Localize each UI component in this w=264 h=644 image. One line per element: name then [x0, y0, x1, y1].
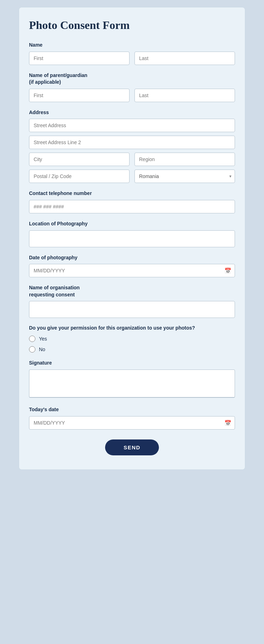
region-input[interactable]: [134, 153, 235, 166]
today-date-label: Today's date: [29, 406, 235, 413]
org-input[interactable]: [29, 301, 235, 318]
location-input[interactable]: [29, 230, 235, 247]
signature-input[interactable]: [29, 370, 235, 398]
phone-group: Contact telephone number: [29, 190, 235, 213]
form-container: Photo Consent Form Name Name of parent/g…: [19, 7, 245, 470]
address-group: Address Romania United States: [29, 109, 235, 183]
parent-label: Name of parent/guardian(if applicable): [29, 72, 235, 86]
phone-input[interactable]: [29, 200, 235, 213]
phone-label: Contact telephone number: [29, 190, 235, 197]
street1-input[interactable]: [29, 119, 235, 132]
today-date-group: Today's date 📅: [29, 406, 235, 430]
city-input[interactable]: [29, 153, 130, 166]
zip-input[interactable]: [29, 170, 130, 183]
signature-label: Signature: [29, 360, 235, 367]
permission-no-option[interactable]: No: [29, 346, 235, 353]
date-photo-group: Date of photography 📅: [29, 254, 235, 278]
permission-yes-option[interactable]: Yes: [29, 336, 235, 342]
permission-no-label: No: [39, 347, 45, 352]
date-photo-input[interactable]: [29, 264, 235, 277]
name-first-input[interactable]: [29, 52, 130, 65]
street2-input[interactable]: [29, 136, 235, 149]
org-label: Name of organisationrequesting consent: [29, 284, 235, 298]
name-label: Name: [29, 42, 235, 49]
country-select[interactable]: Romania United States United Kingdom Can…: [134, 170, 235, 183]
location-label: Location of Photography: [29, 220, 235, 228]
permission-yes-label: Yes: [39, 336, 47, 342]
today-date-input[interactable]: [29, 416, 235, 430]
date-photo-label: Date of photography: [29, 254, 235, 261]
address-label: Address: [29, 109, 235, 116]
name-last-input[interactable]: [134, 52, 235, 65]
page-title: Photo Consent Form: [29, 19, 235, 32]
permission-question: Do you give your permission for this org…: [29, 325, 235, 331]
org-group: Name of organisationrequesting consent: [29, 284, 235, 318]
permission-no-radio[interactable]: [29, 346, 35, 353]
send-button-wrap: SEND: [29, 439, 235, 455]
permission-yes-radio[interactable]: [29, 336, 35, 342]
parent-first-input[interactable]: [29, 89, 130, 102]
parent-group: Name of parent/guardian(if applicable): [29, 72, 235, 102]
signature-group: Signature: [29, 360, 235, 399]
name-group: Name: [29, 42, 235, 65]
permission-group: Do you give your permission for this org…: [29, 325, 235, 353]
permission-radio-group: Yes No: [29, 336, 235, 353]
location-group: Location of Photography: [29, 220, 235, 247]
parent-last-input[interactable]: [134, 89, 235, 102]
send-button[interactable]: SEND: [105, 439, 159, 455]
